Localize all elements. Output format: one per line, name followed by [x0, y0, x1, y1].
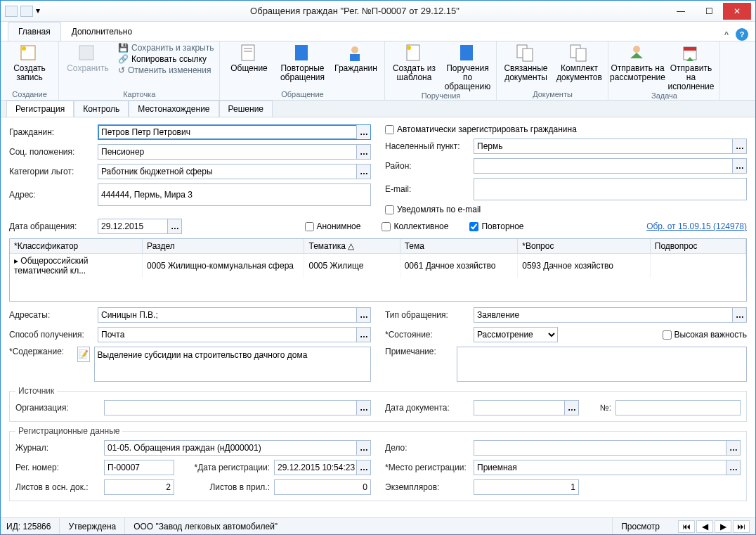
collective-checkbox[interactable]: Коллективное: [382, 221, 448, 231]
addr-label: Адрес:: [9, 190, 93, 200]
copies-field[interactable]: 1: [474, 479, 579, 495]
place-field[interactable]: Приемная…: [474, 460, 741, 475]
note-field[interactable]: [457, 347, 747, 382]
svg-rect-6: [295, 45, 308, 60]
maximize-button[interactable]: ☐: [695, 3, 723, 20]
anon-checkbox[interactable]: Анонимное: [305, 221, 361, 231]
help-icon[interactable]: ?: [736, 28, 748, 41]
send-execute-button[interactable]: Отправить на исполнение: [667, 43, 714, 91]
date-field[interactable]: 29.12.2015…: [98, 219, 182, 234]
state-label: *Состояние:: [385, 330, 469, 340]
grid-header[interactable]: *Классификатор: [10, 239, 143, 254]
addr-field[interactable]: 444444, Пермь, Мира 3: [98, 183, 371, 206]
addressees-field[interactable]: Синицын П.В.;…: [98, 307, 371, 323]
lookup-button[interactable]: …: [726, 441, 740, 455]
cat-field[interactable]: Работник бюджетной сферы…: [98, 164, 371, 179]
classifier-grid[interactable]: *Классификатор Раздел Тематика △ Тема *В…: [9, 238, 747, 302]
create-from-template-button[interactable]: Создать из шаблона: [391, 43, 437, 82]
lookup-button[interactable]: …: [356, 328, 370, 342]
grid-header[interactable]: *Вопрос: [518, 239, 651, 254]
way-label: Способ получения:: [9, 330, 93, 340]
send-review-button[interactable]: Отправить на рассмотрение: [614, 43, 660, 82]
prev-appeal-link[interactable]: Обр. от 15.09.15 (124978): [646, 221, 747, 231]
grid-header[interactable]: Тема: [400, 239, 518, 254]
citizen-button[interactable]: Гражданин: [332, 43, 379, 73]
ribbon-tab-extra[interactable]: Дополнительно: [61, 22, 143, 41]
grid-header[interactable]: Тематика △: [304, 239, 400, 254]
qat-dropdown-icon[interactable]: ▾: [36, 6, 43, 17]
repeat-appeals-button[interactable]: Повторные обращения: [279, 43, 325, 82]
addressees-label: Адресаты:: [9, 310, 93, 320]
communication-button[interactable]: Общение: [226, 43, 272, 73]
linked-docs-button[interactable]: Связанные документы: [502, 43, 549, 82]
save-close-icon: 💾: [118, 43, 129, 53]
journal-field[interactable]: 01-05. Обращения граждан (нД000001)…: [104, 440, 371, 456]
copy-link-button[interactable]: 🔗Копировать ссылку: [118, 54, 214, 64]
ribbon-tab-main[interactable]: Главная: [8, 22, 61, 41]
lookup-button[interactable]: …: [732, 139, 746, 153]
notify-checkbox[interactable]: Уведомлять по e-mail: [385, 205, 481, 214]
lookup-button[interactable]: …: [356, 145, 370, 159]
auto-register-checkbox[interactable]: Автоматически зарегистрировать гражданин…: [385, 124, 577, 134]
way-field[interactable]: Почта…: [98, 327, 371, 342]
qat-icon[interactable]: [5, 6, 18, 17]
att-field[interactable]: 0: [274, 479, 371, 495]
soc-field[interactable]: Пенсионер…: [98, 144, 371, 160]
lookup-button[interactable]: …: [732, 308, 746, 322]
nav-last-button[interactable]: ⏭: [733, 520, 750, 533]
email-field[interactable]: [474, 178, 747, 200]
lookup-button[interactable]: …: [356, 401, 370, 415]
high-importance-checkbox[interactable]: Высокая важность: [663, 330, 747, 340]
state-select[interactable]: Рассмотрение: [474, 327, 558, 342]
lookup-button[interactable]: …: [726, 460, 740, 475]
grid-header[interactable]: Раздел: [143, 239, 304, 254]
create-record-button[interactable]: Создать запись: [6, 43, 53, 82]
book-icon: [291, 43, 313, 63]
content-quick-button[interactable]: 📝: [77, 347, 89, 362]
assignments-button[interactable]: Поручения по обращению: [444, 43, 490, 91]
no-field[interactable]: [615, 400, 741, 415]
type-field[interactable]: Заявление…: [474, 307, 747, 323]
citizen-field[interactable]: Петров Петр Петрович…: [98, 124, 371, 140]
collapse-ribbon-icon[interactable]: ^: [722, 28, 731, 41]
lookup-button[interactable]: …: [356, 165, 370, 179]
email-label: E-mail:: [385, 184, 469, 194]
lookup-button[interactable]: …: [356, 308, 370, 322]
svg-rect-3: [242, 45, 254, 60]
subtab-registration[interactable]: Регистрация: [6, 101, 74, 117]
grid-row[interactable]: ▸ Общероссийский тематический кл... 0005…: [10, 254, 746, 278]
content-label: *Содержание:: [9, 347, 73, 356]
subtab-location[interactable]: Местонахождение: [129, 101, 219, 117]
city-field[interactable]: Пермь…: [474, 138, 747, 154]
qat-icon[interactable]: [20, 6, 33, 17]
org-field[interactable]: …: [104, 400, 371, 415]
date-picker-button[interactable]: …: [167, 219, 181, 233]
sheets-field[interactable]: 2: [104, 479, 174, 495]
docset-button[interactable]: Комплект документов: [556, 43, 602, 82]
close-button[interactable]: ✕: [723, 3, 751, 20]
date-picker-button[interactable]: …: [356, 460, 370, 475]
repeat-checkbox[interactable]: Повторное: [469, 221, 523, 231]
nav-prev-button[interactable]: ◀: [696, 520, 713, 533]
regdate-field[interactable]: 29.12.2015 10:54:23…: [274, 460, 371, 475]
lookup-button[interactable]: …: [732, 159, 746, 173]
minimize-button[interactable]: —: [667, 3, 695, 20]
regnum-field[interactable]: П-00007: [104, 460, 174, 475]
date-picker-button[interactable]: …: [564, 401, 578, 415]
book-icon: [456, 43, 478, 63]
content-field[interactable]: [94, 347, 371, 382]
lookup-button[interactable]: …: [356, 441, 370, 455]
lookup-button[interactable]: …: [356, 125, 370, 139]
svg-point-10: [407, 46, 411, 50]
grid-header[interactable]: Подвопрос: [650, 239, 745, 254]
city-label: Населенный пункт:: [385, 141, 469, 151]
district-field[interactable]: …: [474, 158, 747, 174]
nav-first-button[interactable]: ⏮: [678, 520, 695, 533]
docdate-label: Дата документа:: [385, 403, 469, 413]
docdate-field[interactable]: …: [474, 400, 579, 415]
subtab-decision[interactable]: Решение: [219, 101, 273, 117]
undo-button: ↺Отменить изменения: [118, 65, 214, 75]
case-field[interactable]: …: [474, 440, 741, 456]
subtab-control[interactable]: Контроль: [74, 101, 129, 117]
nav-next-button[interactable]: ▶: [715, 520, 731, 533]
